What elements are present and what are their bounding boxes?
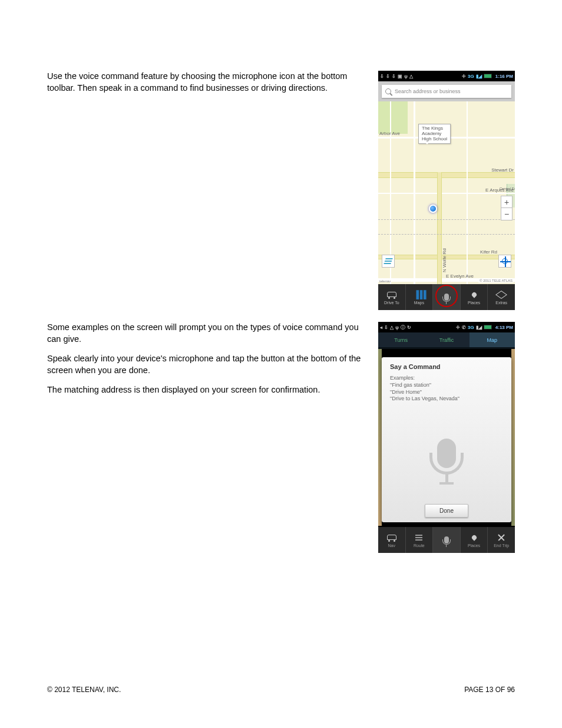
route-button[interactable]: Route: [406, 527, 434, 553]
paragraph-1: Use the voice command feature by choosin…: [47, 71, 366, 94]
pin-icon: [471, 534, 477, 541]
tab-traffic[interactable]: Traffic: [424, 332, 469, 347]
microphone-display: [390, 403, 503, 504]
zoom-controls: + −: [501, 196, 513, 220]
clock: 1:16 PM: [495, 74, 513, 79]
voice-example: "Drive to Las Vegas, Nevada": [390, 396, 503, 403]
network-icon: 3G: [468, 74, 474, 79]
usb-icon: ψ: [404, 74, 408, 79]
layers-icon: [385, 261, 392, 262]
screenshot-voice: ◂ ⇩ △ ψ ⓘ ↻ ✛ ✆ 3G ▮◢ 4:13 PM: [378, 322, 515, 553]
tab-turns[interactable]: Turns: [378, 332, 424, 347]
car-icon: [387, 535, 396, 540]
download-icon: ⇩: [392, 74, 396, 79]
road-label: E Evelyn Ave: [446, 274, 474, 279]
user-location-dot: [429, 205, 437, 213]
usb-icon: ψ: [395, 325, 399, 330]
sync-icon: ↻: [407, 325, 411, 330]
drive-to-button[interactable]: Drive To: [378, 284, 406, 310]
layers-button[interactable]: [382, 255, 395, 268]
poi-callout[interactable]: The Kings Academy High School: [418, 124, 451, 144]
microphone-icon: [437, 439, 456, 468]
page-footer: © 2012 TELENAV, INC. PAGE 13 OF 96: [47, 686, 515, 694]
download-icon: ⇩: [380, 74, 384, 79]
park-area: [378, 101, 408, 134]
map-attribution: © 2011 TELE ATLAS: [478, 278, 514, 283]
voice-examples-label: Examples:: [390, 375, 503, 381]
back-icon: ◂: [380, 325, 382, 330]
download-icon: ⇩: [386, 74, 390, 79]
road-label: N Wolfe Rd: [442, 248, 447, 272]
road-label: Central Expy: [500, 187, 515, 190]
map-brand: telenav: [379, 279, 391, 283]
maps-button[interactable]: ▐▐▐ Maps: [406, 284, 434, 310]
voice-panel-title: Say a Command: [390, 363, 503, 370]
call-icon: ✆: [462, 325, 466, 330]
warning-icon: △: [390, 325, 394, 330]
zoom-in-button[interactable]: +: [501, 196, 512, 208]
extras-button[interactable]: Extras: [488, 284, 515, 310]
end-trip-button[interactable]: End Trip: [488, 527, 515, 553]
road-label: Arbor Ave: [379, 131, 400, 136]
nav-button[interactable]: Nav: [378, 527, 406, 553]
zoom-out-button[interactable]: −: [501, 208, 512, 220]
microphone-icon: [444, 536, 449, 543]
download-icon: ⇩: [384, 325, 388, 330]
cube-icon: [495, 291, 507, 299]
page-number: PAGE 13 OF 96: [464, 686, 515, 694]
gps-icon: ✛: [462, 74, 466, 79]
battery-icon: [484, 74, 492, 78]
clock: 4:13 PM: [495, 325, 513, 330]
search-input[interactable]: Search address or business: [382, 85, 511, 98]
places-button[interactable]: Places: [461, 527, 488, 553]
status-bar: ◂ ⇩ △ ψ ⓘ ↻ ✛ ✆ 3G ▮◢ 4:13 PM: [378, 322, 515, 332]
signal-icon: ▮◢: [476, 74, 482, 79]
bottom-toolbar: Nav Route Places End Tri: [378, 527, 515, 553]
screenshot-map: ⇩ ⇩ ⇩ ▣ ψ △ ✛ 3G ▮◢ 1:16 PM: [378, 71, 515, 310]
list-icon: [415, 537, 422, 538]
done-button[interactable]: Done: [425, 504, 468, 518]
copyright: © 2012 TELENAV, INC.: [47, 686, 121, 694]
voice-command-button[interactable]: [433, 527, 461, 553]
search-icon: [385, 88, 391, 94]
body-text-1: Use the voice command feature by choosin…: [47, 71, 366, 310]
paragraph-2: Some examples on the screen will prompt …: [47, 322, 366, 345]
image-icon: ▣: [398, 74, 402, 79]
nav-tabs: Turns Traffic Map: [378, 332, 515, 349]
maps-icon: ▐▐▐: [414, 290, 424, 299]
microphone-icon: [444, 294, 449, 301]
road-label: Kifer Rd: [480, 249, 497, 255]
voice-example: "Find gas station": [390, 382, 503, 389]
search-container: Search address or business: [378, 81, 515, 101]
network-icon: 3G: [468, 325, 474, 330]
car-icon: [387, 292, 396, 297]
map-background: [511, 349, 515, 526]
gps-icon: ✛: [456, 325, 460, 330]
paragraph-4: The matching address is then displayed o…: [47, 384, 366, 396]
close-icon: [498, 534, 505, 541]
places-button[interactable]: Places: [461, 284, 488, 310]
info-icon: ⓘ: [401, 324, 405, 331]
target-icon: [502, 258, 508, 264]
signal-icon: ▮◢: [476, 325, 482, 330]
tab-map[interactable]: Map: [470, 332, 515, 347]
voice-example: "Drive Home": [390, 389, 503, 396]
road-label: Stewart Dr: [491, 167, 514, 173]
recenter-button[interactable]: [498, 255, 511, 268]
pin-icon: [471, 291, 477, 298]
paragraph-3: Speak clearly into your device's microph…: [47, 353, 366, 376]
bottom-toolbar: Drive To ▐▐▐ Maps Places: [378, 284, 515, 310]
status-bar: ⇩ ⇩ ⇩ ▣ ψ △ ✛ 3G ▮◢ 1:16 PM: [378, 71, 515, 81]
search-placeholder: Search address or business: [395, 88, 461, 94]
body-text-2: Some examples on the screen will prompt …: [47, 322, 366, 553]
map-view[interactable]: Arbor Ave Stewart Dr E Arques Ave Kifer …: [378, 101, 515, 284]
voice-command-button[interactable]: [433, 284, 461, 310]
battery-icon: [484, 325, 492, 330]
voice-command-panel: Say a Command Examples: "Find gas statio…: [382, 357, 511, 522]
warning-icon: △: [409, 74, 413, 79]
